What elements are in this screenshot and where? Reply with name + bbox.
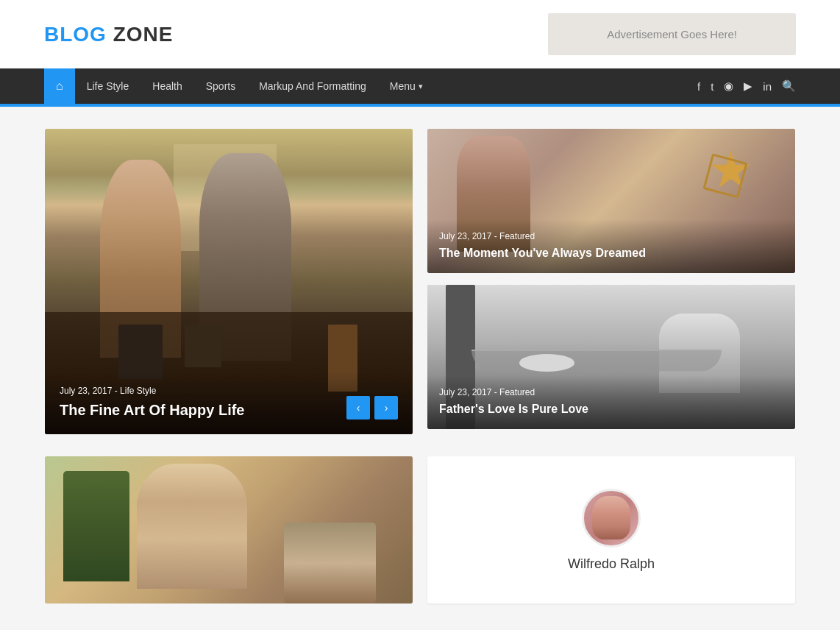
nav-item-menu[interactable]: Menu ▾	[378, 68, 435, 104]
right-post-1-meta: July 23, 2017 - Featured	[439, 231, 783, 241]
chevron-down-icon: ▾	[419, 82, 423, 91]
logo-dark: ZONE	[107, 23, 174, 46]
linkedin-icon[interactable]: in	[763, 80, 772, 93]
twitter-icon[interactable]: t	[711, 80, 713, 93]
right-post-1[interactable]: July 23, 2017 - Featured The Moment You'…	[427, 129, 795, 273]
search-icon[interactable]: 🔍	[782, 79, 796, 93]
author-name: Wilfredo Ralph	[568, 556, 655, 572]
right-post-2-title: Father's Love Is Pure Love	[439, 402, 783, 417]
menu-label: Menu	[390, 80, 416, 92]
carousel-arrows: ‹ ›	[346, 396, 398, 420]
author-widget: Wilfredo Ralph	[427, 456, 795, 604]
featured-large-post[interactable]: July 23, 2017 - Life Style The Fine Art …	[45, 129, 413, 434]
nav-left: ⌂ Life Style Health Sports Markup And Fo…	[44, 68, 435, 104]
author-avatar	[582, 489, 641, 548]
facebook-icon[interactable]: f	[697, 80, 700, 93]
featured-post-meta: July 23, 2017 - Life Style	[60, 386, 398, 396]
nav-social-icons: f t ◉ ▶ in 🔍	[697, 79, 796, 93]
right-post-1-title: The Moment You've Always Dreamed	[439, 246, 783, 261]
next-arrow-button[interactable]: ›	[374, 396, 398, 420]
main-content: July 23, 2017 - Life Style The Fine Art …	[30, 129, 810, 434]
prev-arrow-button[interactable]: ‹	[346, 396, 370, 420]
right-post-2-overlay: July 23, 2017 - Featured Father's Love I…	[427, 375, 795, 429]
site-header: BLOG ZONE Advertisement Goes Here!	[0, 0, 840, 68]
right-posts-column: July 23, 2017 - Featured The Moment You'…	[427, 129, 795, 434]
site-logo[interactable]: BLOG ZONE	[44, 23, 173, 46]
right-post-2-meta: July 23, 2017 - Featured	[439, 387, 783, 397]
right-post-2[interactable]: July 23, 2017 - Featured Father's Love I…	[427, 285, 795, 429]
instagram-icon[interactable]: ◉	[724, 79, 733, 93]
nav-home-button[interactable]: ⌂	[44, 68, 75, 104]
advertisement-banner: Advertisement Goes Here!	[548, 13, 796, 55]
youtube-icon[interactable]: ▶	[744, 79, 752, 93]
nav-item-lifestyle[interactable]: Life Style	[75, 68, 141, 104]
bottom-content-row: Wilfredo Ralph	[30, 456, 810, 604]
bottom-left-post[interactable]	[45, 456, 413, 604]
nav-item-markup[interactable]: Markup And Formatting	[247, 68, 378, 104]
blue-accent-bar	[0, 104, 840, 107]
main-nav: ⌂ Life Style Health Sports Markup And Fo…	[0, 68, 840, 104]
nav-item-health[interactable]: Health	[140, 68, 193, 104]
logo-blue: BLOG	[44, 23, 107, 46]
right-post-1-overlay: July 23, 2017 - Featured The Moment You'…	[427, 219, 795, 273]
nav-item-sports[interactable]: Sports	[194, 68, 247, 104]
